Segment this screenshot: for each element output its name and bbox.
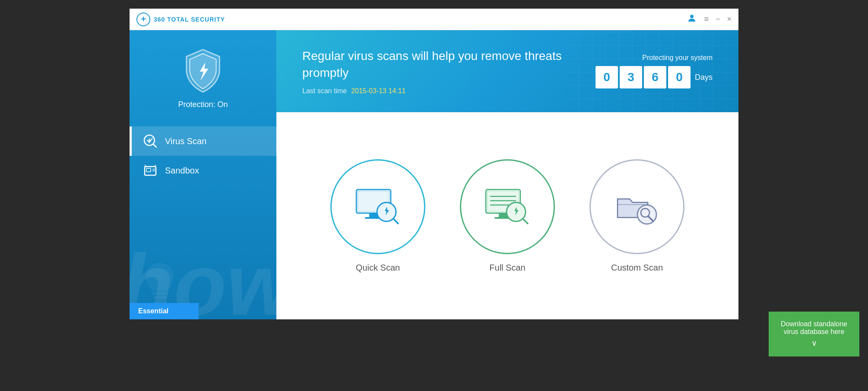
content-area: Regular virus scans will help you remove… [276,30,738,319]
svg-rect-4 [146,168,151,172]
shield-icon [179,47,227,95]
svg-line-19 [393,219,398,224]
logo-circle: + [136,13,150,26]
svg-rect-16 [369,214,378,217]
protection-label: Protection: On [178,100,228,109]
banner-counter: Protecting your system 0 3 6 0 Days [596,54,713,88]
active-bar [130,126,132,156]
sidebar: Protection: On Virus Scan [130,30,276,319]
close-button[interactable]: × [727,15,732,24]
app-title: 360 TOTAL SECURITY [154,16,225,23]
virus-scan-label: Virus Scan [165,136,206,146]
banner-text: Regular virus scans will help you remove… [302,47,596,95]
user-icon[interactable] [687,13,697,25]
last-scan-prefix: Last scan time [302,87,347,95]
days-label: Days [695,73,713,82]
sandbox-label: Sandbox [165,166,199,176]
digit-3: 0 [668,66,691,88]
virus-scan-icon [143,133,158,149]
title-bar-controls: ≡ − × [687,13,732,25]
svg-rect-25 [499,214,507,217]
quick-scan-circle [330,159,425,254]
svg-rect-9 [152,292,168,295]
header-banner: Regular virus scans will help you remove… [276,30,738,112]
app-logo: + 360 TOTAL SECURITY [136,13,225,26]
digit-2: 6 [644,66,666,88]
quick-scan-label: Quick Scan [356,263,400,273]
logo-symbol: + [141,14,146,24]
quick-scan-option[interactable]: Quick Scan [330,159,425,273]
banner-subtitle: Last scan time 2015-03-13 14:11 [302,87,596,95]
download-line2: virus database here [781,328,847,336]
custom-scan-label: Custom Scan [611,263,663,273]
title-bar: + 360 TOTAL SECURITY ≡ − × [130,9,738,30]
digit-0: 0 [596,66,618,88]
download-chevron: ∨ [781,338,847,348]
digit-1: 3 [620,66,642,88]
menu-button[interactable]: ≡ [704,15,709,24]
svg-point-0 [690,15,694,18]
custom-scan-option[interactable]: Custom Scan [589,159,684,273]
svg-line-28 [523,219,528,224]
svg-rect-10 [153,296,166,299]
banner-title: Regular virus scans will help you remove… [302,47,596,81]
title-bar-left: + 360 TOTAL SECURITY [136,13,225,26]
full-scan-option[interactable]: Full Scan [460,159,555,273]
protecting-label: Protecting your system [642,54,713,62]
download-line1: Download standalone [781,320,847,328]
custom-scan-circle [589,159,684,254]
download-bar[interactable]: Download standalone virus database here … [769,312,859,356]
svg-line-2 [153,144,156,147]
counter-digits: 0 3 6 0 Days [596,66,713,88]
main-layout: Protection: On Virus Scan [130,30,738,319]
full-scan-label: Full Scan [489,263,525,273]
sandbox-icon [143,163,158,178]
last-scan-time: 2015-03-13 14:11 [351,87,405,95]
sidebar-item-sandbox[interactable]: Sandbox [130,156,276,185]
essential-badge[interactable]: Essential [130,303,199,319]
full-scan-circle [460,159,555,254]
minimize-button[interactable]: − [716,15,720,24]
sidebar-item-virus-scan[interactable]: Virus Scan [130,126,276,156]
scan-options: Quick Scan [276,112,738,319]
